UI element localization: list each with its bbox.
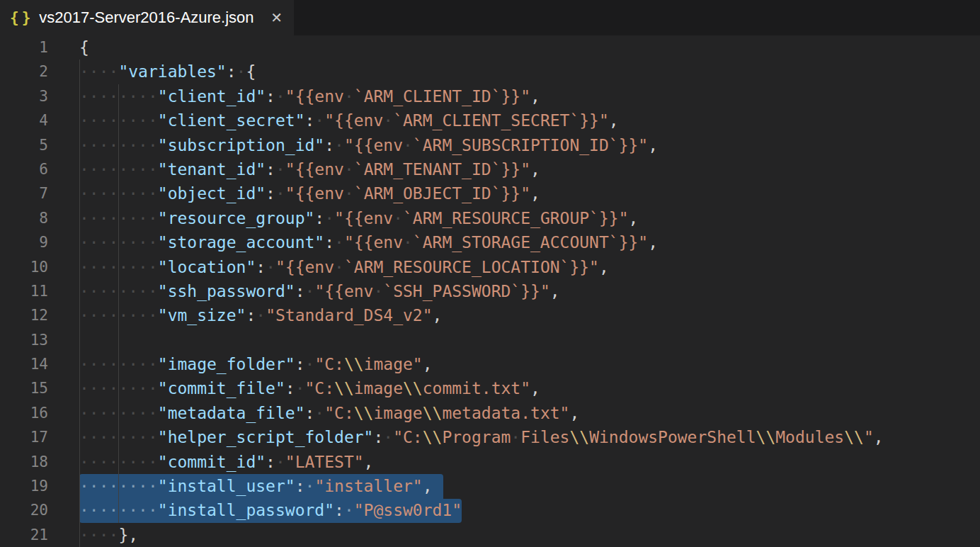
indent-guide [79,157,80,181]
code-line-12[interactable]: 12········"vm_size":·"Standard_DS4_v2", [0,303,980,327]
code-line-17[interactable]: 17········"helper_script_folder":·"C:\\P… [0,425,980,449]
close-icon[interactable]: ✕ [270,11,283,25]
token-key: "client_id" [158,87,266,106]
code-line-1[interactable]: 1{ [0,35,980,60]
token-esc: \\ [354,404,374,422]
token-str: `ARM_RESOURCE_LOCATION`}}" [344,258,599,276]
indent-guide [118,352,119,376]
token-punct: , [364,453,374,471]
token-str: "P@ssw0rd1" [354,501,462,519]
token-esc: \\ [756,428,776,446]
line-number: 20 [0,498,48,522]
whitespace-dots: · [373,282,383,300]
indent-guide [118,206,119,230]
tab-vs2017-server2016-azure-json[interactable]: {} vs2017-Server2016-Azure.json ✕ [0,0,294,35]
indent-guide [118,108,119,132]
token-key: "storage_account" [158,233,324,252]
token-punct: : [256,258,266,276]
indent-guide [118,474,119,498]
token-punct: : [266,453,275,471]
indent-guide [79,206,80,230]
whitespace-dots: · [305,477,315,495]
line-number: 21 [0,523,48,547]
code-line-16[interactable]: 16········"metadata_file":·"C:\\image\\m… [0,401,980,425]
token-key: "commit_id" [158,453,266,471]
whitespace-dots: · [275,453,285,471]
code-line-7[interactable]: 7········"object_id":·"{{env·`ARM_OBJECT… [0,181,980,205]
token-key: "variables" [118,62,226,81]
whitespace-dots: · [324,209,334,227]
token-key: "ssh_password" [158,282,295,300]
code-line-20[interactable]: 20········"install_password":·"P@ssw0rd1… [0,498,980,522]
whitespace-dots: · [275,160,285,179]
code-line-2[interactable]: 2····"variables":·{ [0,60,980,84]
token-str: "C: [324,404,354,422]
code-line-14[interactable]: 14········"image_folder":·"C:\\image", [0,352,980,376]
whitespace-dots: · [295,379,305,397]
whitespace-dots: · [314,404,324,422]
token-punct: : [334,501,344,519]
token-punct: , [530,87,540,106]
token-str: WindowsPowerShell [589,428,756,446]
whitespace-dots: · [383,428,393,446]
indent-guide [79,108,80,132]
code-content: ········"client_secret":·"{{env·`ARM_CLI… [79,108,619,132]
editor[interactable]: 1{2····"variables":·{3········"client_id… [0,35,980,547]
code-line-11[interactable]: 11········"ssh_password":·"{{env·`SSH_PA… [0,279,980,303]
token-str: "{{env [275,258,334,276]
token-punct: : [324,233,334,252]
indent-guide [79,352,80,376]
token-str: "{{env [285,184,344,203]
token-str: "C: [314,355,344,373]
token-punct: : [266,87,275,106]
code-line-5[interactable]: 5········"subscription_id":·"{{env·`ARM_… [0,133,980,157]
whitespace-dots: · [344,160,354,179]
code-line-13[interactable]: 13 [0,328,980,352]
code-line-10[interactable]: 10········"location":·"{{env·`ARM_RESOUR… [0,255,980,279]
token-punct: , [648,136,658,154]
token-punct: , [550,282,560,300]
line-number: 5 [0,133,48,157]
code-line-3[interactable]: 3········"client_id":·"{{env·`ARM_CLIENT… [0,84,980,108]
whitespace-dots: · [334,258,344,276]
code-lines: 1{2····"variables":·{3········"client_id… [0,35,980,547]
line-number: 12 [0,303,48,327]
code-line-8[interactable]: 8········"resource_group":·"{{env·`ARM_R… [0,206,980,230]
token-str: `SSH_PASSWORD`}}" [383,282,549,300]
indent-guide [79,498,80,522]
code-line-4[interactable]: 4········"client_secret":·"{{env·`ARM_CL… [0,108,980,132]
code-line-19[interactable]: 19········"install_user":·"installer", [0,474,980,498]
whitespace-dots: · [305,355,315,373]
indent-guide [79,84,80,108]
indent-guide [79,450,80,474]
token-punct: , [648,233,658,252]
code-content: ········"tenant_id":·"{{env·`ARM_TENANT_… [79,157,540,181]
token-punct: , [423,477,433,495]
whitespace-dots: · [237,62,246,81]
whitespace-dots: ···· [79,62,118,81]
token-str: "C: [305,379,335,397]
code-line-21[interactable]: 21····}, [0,523,980,547]
token-str: commit.txt" [423,379,530,397]
tab-bar: {} vs2017-Server2016-Azure.json ✕ [0,0,980,35]
token-str: `ARM_SUBSCRIPTION_ID`}}" [413,136,648,154]
token-str: image [354,379,403,397]
code-line-15[interactable]: 15········"commit_file":·"C:\\image\\com… [0,376,980,400]
indent-guide [118,133,119,157]
code-line-6[interactable]: 6········"tenant_id":·"{{env·`ARM_TENANT… [0,157,980,181]
code-content: ········"object_id":·"{{env·`ARM_OBJECT_… [79,181,540,205]
token-esc: \\ [344,355,364,373]
tab-title: vs2017-Server2016-Azure.json [39,9,253,27]
code-line-18[interactable]: 18········"commit_id":·"LATEST", [0,450,980,474]
token-key: "install_user" [158,477,295,495]
whitespace-dots: · [344,87,354,106]
whitespace-dots: · [305,282,315,300]
indent-guide [79,474,80,498]
token-punct: : [324,136,334,154]
whitespace-dots: · [403,233,413,252]
token-punct: , [433,306,443,325]
whitespace-dots: · [334,233,344,252]
code-line-9[interactable]: 9········"storage_account":·"{{env·`ARM_… [0,230,980,254]
code-content: ········"ssh_password":·"{{env·`SSH_PASS… [79,279,560,303]
line-number: 7 [0,181,48,205]
